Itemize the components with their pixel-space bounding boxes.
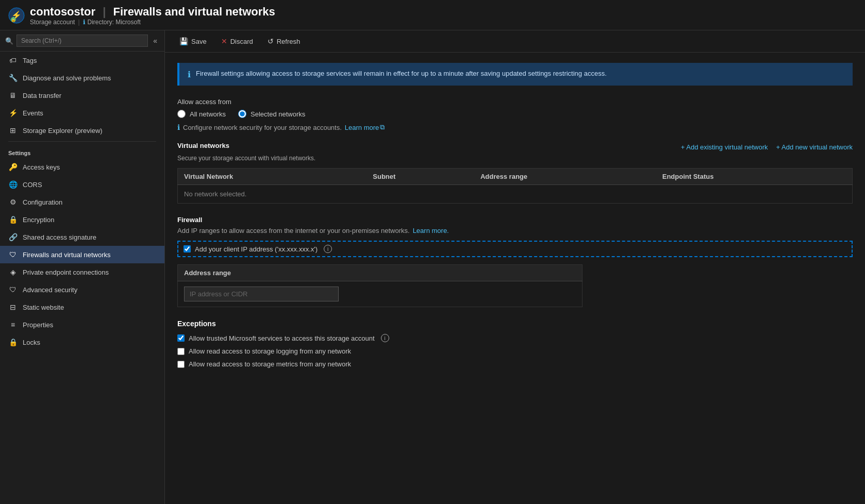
sidebar-item-diagnose[interactable]: 🔧Diagnose and solve problems (0, 69, 164, 87)
exception-checkbox-read-logging[interactable] (177, 348, 185, 355)
sidebar-label-advanced-security: Advanced security (23, 286, 77, 294)
sidebar-label-private-endpoint: Private endpoint connections (23, 268, 109, 276)
sidebar-icon-properties: ≡ (8, 320, 18, 329)
sidebar-settings-label: Settings (0, 144, 164, 158)
radio-group: All networks Selected networks (177, 110, 853, 118)
sidebar-item-configuration[interactable]: ⚙Configuration (0, 193, 164, 211)
exception-checkbox-trusted-microsoft[interactable] (177, 334, 185, 342)
vnet-title: Virtual networks (177, 142, 229, 149)
no-network-cell: No network selected. (178, 185, 853, 204)
address-range-header: Address range (178, 265, 583, 281)
vnet-table-body: No network selected. (178, 185, 853, 204)
sidebar-item-properties[interactable]: ≡Properties (0, 316, 164, 333)
refresh-button[interactable]: ↺ Refresh (261, 35, 307, 48)
radio-selected-networks[interactable]: Selected networks (238, 110, 305, 118)
exception-checkbox-read-metrics[interactable] (177, 361, 185, 368)
sidebar-icon-diagnose: 🔧 (8, 73, 18, 82)
sidebar-icon-static-website: ⊟ (8, 303, 18, 312)
vnet-table-header: Virtual Network Subnet Address range End… (178, 169, 853, 185)
header-subtitle: Storage account | ℹ Directory: Microsoft (30, 19, 275, 26)
exception-label-read-logging: Allow read access to storage logging fro… (189, 347, 351, 355)
ip-address-input[interactable] (184, 287, 339, 301)
exception-item-trusted-microsoft[interactable]: Allow trusted Microsoft services to acce… (177, 334, 853, 342)
firewall-learn-more-link[interactable]: Learn more. (413, 227, 449, 234)
exception-item-read-logging[interactable]: Allow read access to storage logging fro… (177, 347, 853, 355)
exception-item-read-metrics[interactable]: Allow read access to storage metrics fro… (177, 360, 853, 368)
col-virtual-network: Virtual Network (178, 169, 367, 185)
sidebar-label-shared-access: Shared access signature (23, 233, 96, 241)
configure-learn-more-link[interactable]: Learn more ⧉ (345, 123, 385, 131)
sidebar-icon-configuration: ⚙ (8, 197, 18, 207)
radio-selected-input[interactable] (238, 110, 246, 118)
sidebar-icon-private-endpoint: ◈ (8, 267, 18, 277)
sidebar-item-private-endpoint[interactable]: ◈Private endpoint connections (0, 263, 164, 281)
discard-button[interactable]: ✕ Discard (215, 35, 259, 48)
client-ip-checkbox[interactable] (184, 245, 191, 253)
content-scroll: ℹ Firewall settings allowing access to s… (165, 53, 865, 504)
page-name: Firewalls and virtual networks (113, 5, 275, 18)
sidebar-item-locks[interactable]: 🔒Locks (0, 333, 164, 351)
client-ip-checkbox-container: Add your client IP address ('xx.xxx.xxx.… (177, 241, 853, 257)
col-addr-range: Address range (178, 265, 583, 281)
app-icon: ⚡ 🔒 (8, 7, 25, 24)
allow-access-section: Allow access from All networks Selected … (177, 98, 853, 131)
exception-info-trusted-microsoft: i (381, 334, 389, 342)
sidebar-item-cors[interactable]: 🌐CORS (0, 176, 164, 193)
subtitle-sep: | (78, 19, 79, 26)
sidebar-item-data-transfer[interactable]: 🖥Data transfer (0, 87, 164, 104)
refresh-icon: ↺ (268, 37, 274, 45)
sidebar-item-access-keys[interactable]: 🔑Access keys (0, 158, 164, 176)
subtitle-dir-text: Directory: Microsoft (88, 19, 141, 26)
address-range-row (178, 281, 583, 307)
col-address-range: Address range (474, 169, 656, 185)
save-label: Save (191, 38, 207, 45)
sidebar-icon-tags: 🏷 (8, 56, 18, 65)
sidebar-icon-shared-access: 🔗 (8, 232, 18, 242)
header-title-block: contosostor | Firewalls and virtual netw… (30, 5, 275, 26)
add-existing-vnet-link[interactable]: + Add existing virtual network (681, 143, 768, 151)
firewall-title: Firewall (177, 216, 853, 224)
sidebar-label-static-website: Static website (23, 304, 64, 311)
radio-all-input[interactable] (177, 110, 186, 118)
sidebar-item-encryption[interactable]: 🔒Encryption (0, 211, 164, 228)
col-subnet: Subnet (367, 169, 474, 185)
sidebar-label-tags: Tags (23, 57, 37, 64)
dir-info-icon: ℹ (83, 19, 86, 26)
sidebar-label-firewalls: Firewalls and virtual networks (23, 251, 111, 259)
info-banner-icon: ℹ (188, 70, 191, 79)
discard-label: Discard (230, 38, 253, 45)
sidebar-label-storage-explorer: Storage Explorer (preview) (23, 127, 103, 135)
sidebar-item-static-website[interactable]: ⊟Static website (0, 298, 164, 316)
configure-note-icon: ℹ (177, 123, 180, 131)
sidebar-icon-data-transfer: 🖥 (8, 91, 18, 100)
sidebar-item-events[interactable]: ⚡Events (0, 104, 164, 122)
allow-access-label: Allow access from (177, 98, 853, 106)
radio-all-networks[interactable]: All networks (177, 110, 226, 118)
sidebar-item-tags[interactable]: 🏷Tags (0, 52, 164, 69)
vnet-subtitle: Secure your storage account with virtual… (177, 155, 853, 162)
sidebar-divider-settings (8, 141, 156, 142)
sidebar-item-firewalls[interactable]: 🛡Firewalls and virtual networks (0, 246, 164, 263)
firewall-section: Firewall Add IP ranges to allow access f… (177, 216, 853, 307)
header-sep: | (103, 5, 106, 18)
refresh-label: Refresh (277, 38, 301, 45)
header-main-title: contosostor | Firewalls and virtual netw… (30, 5, 275, 19)
sidebar-icon-storage-explorer: ⊞ (8, 126, 18, 135)
sidebar-icon-encryption: 🔒 (8, 215, 18, 224)
main-layout: 🔍 « 🏷Tags🔧Diagnose and solve problems🖥Da… (0, 30, 865, 504)
sidebar-settings-items: 🔑Access keys🌐CORS⚙Configuration🔒Encrypti… (0, 158, 164, 351)
search-input[interactable] (16, 35, 148, 47)
sidebar-label-diagnose: Diagnose and solve problems (23, 74, 111, 82)
collapse-button[interactable]: « (151, 36, 159, 46)
sidebar-item-advanced-security[interactable]: 🛡Advanced security (0, 281, 164, 298)
sidebar-label-locks: Locks (23, 339, 40, 346)
sidebar-item-storage-explorer[interactable]: ⊞Storage Explorer (preview) (0, 122, 164, 139)
subtitle-dir: ℹ Directory: Microsoft (83, 19, 141, 26)
add-new-vnet-link[interactable]: + Add new virtual network (776, 143, 853, 151)
save-button[interactable]: 💾 Save (173, 35, 213, 48)
sidebar-item-shared-access[interactable]: 🔗Shared access signature (0, 228, 164, 246)
sidebar: 🔍 « 🏷Tags🔧Diagnose and solve problems🖥Da… (0, 30, 165, 504)
sidebar-icon-locks: 🔒 (8, 338, 18, 347)
svg-text:🔒: 🔒 (11, 17, 16, 22)
vnet-header: Virtual networks + Add existing virtual … (177, 142, 853, 153)
